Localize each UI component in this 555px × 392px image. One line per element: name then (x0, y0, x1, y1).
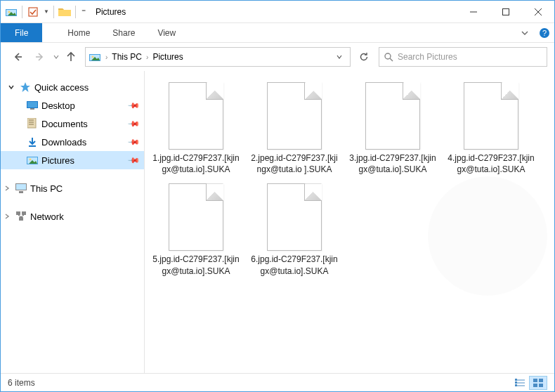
sidebar-item-label: Downloads (41, 137, 126, 148)
sidebar-item-label: Pictures (41, 155, 126, 166)
back-button[interactable] (8, 47, 27, 67)
svg-rect-6 (503, 8, 509, 15)
search-input[interactable]: Search Pictures (379, 47, 547, 67)
svg-point-2 (8, 11, 10, 13)
svg-rect-37 (16, 211, 20, 215)
chevron-right-icon[interactable]: › (103, 53, 110, 61)
pin-icon: 📌 (126, 98, 140, 112)
file-icon (365, 82, 420, 150)
this-pc-icon (15, 182, 27, 195)
star-icon (19, 81, 32, 93)
help-icon[interactable]: ? (535, 23, 554, 42)
separator (22, 6, 22, 18)
qa-dropdown-icon[interactable]: ▼ (42, 8, 51, 15)
refresh-button[interactable] (356, 47, 376, 67)
pictures-icon (89, 51, 101, 63)
file-icon (464, 82, 518, 150)
sidebar-item-downloads[interactable]: Downloads 📌 (1, 133, 144, 151)
svg-rect-48 (533, 379, 537, 382)
sidebar-item-desktop[interactable]: Desktop 📌 (1, 96, 144, 115)
svg-line-19 (390, 58, 393, 61)
tab-share[interactable]: Share (101, 23, 146, 42)
sidebar-item-quick-access[interactable]: Quick access (1, 78, 144, 96)
svg-rect-36 (19, 191, 23, 193)
network-label: Network (30, 211, 138, 222)
file-item[interactable]: 1.jpg.id-C279F237.[kjingx@tuta.io].SUKA (152, 82, 240, 175)
sidebar-item-documents[interactable]: Documents 📌 (1, 115, 144, 133)
file-icon (169, 183, 223, 251)
icons-view-button[interactable] (529, 376, 547, 390)
app-icon[interactable] (4, 4, 19, 20)
svg-rect-47 (515, 384, 517, 386)
tab-file[interactable]: File (1, 23, 42, 42)
breadcrumb-dropdown-icon[interactable] (332, 53, 347, 60)
svg-rect-51 (539, 384, 543, 387)
window-title: Pictures (96, 7, 126, 17)
svg-rect-24 (27, 118, 36, 128)
file-item[interactable]: 2.jpeg.id-C279F237.[kjingx@tuta.io ].SUK… (250, 82, 339, 175)
quick-access-label: Quick access (34, 82, 138, 93)
file-item[interactable]: 4.jpg.id-C279F237.[kjingx@tuta.io].SUKA (447, 82, 535, 175)
main-area: Quick access Desktop 📌 Documents 📌 Downl… (1, 71, 554, 374)
pictures-icon (26, 154, 39, 166)
quick-access-toolbar: ▼ ⁼ (1, 4, 91, 20)
file-name: 2.jpeg.id-C279F237.[kjingx@tuta.io ].SUK… (250, 152, 339, 175)
file-name: 6.jpg.id-C279F237.[kjingx@tuta.io].SUKA (250, 254, 339, 276)
titlebar: ▼ ⁼ Pictures (1, 1, 554, 23)
maximize-button[interactable] (490, 1, 522, 22)
expand-icon[interactable] (2, 185, 12, 191)
expand-ribbon-icon[interactable] (515, 23, 535, 42)
pin-icon: 📌 (126, 153, 140, 166)
svg-line-40 (18, 215, 21, 217)
svg-rect-22 (27, 102, 37, 107)
downloads-icon (26, 136, 39, 148)
chevron-right-icon[interactable]: › (143, 53, 151, 61)
file-name: 1.jpg.id-C279F237.[kjingx@tuta.io].SUKA (152, 152, 240, 175)
file-name: 3.jpg.id-C279F237.[kjingx@tuta.io].SUKA (348, 152, 437, 175)
sidebar-item-label: Desktop (41, 100, 126, 111)
file-item[interactable]: 6.jpg.id-C279F237.[kjingx@tuta.io].SUKA (250, 183, 339, 276)
properties-icon[interactable] (25, 4, 41, 20)
documents-icon (26, 117, 39, 130)
separator (53, 6, 54, 18)
file-list[interactable]: 1.jpg.id-C279F237.[kjingx@tuta.io].SUKA … (145, 71, 554, 374)
network-icon (15, 210, 27, 223)
item-count: 6 items (8, 378, 35, 388)
sidebar-item-network[interactable]: Network (1, 207, 144, 226)
sidebar-item-pictures[interactable]: Pictures 📌 (1, 151, 144, 169)
svg-rect-45 (515, 379, 517, 381)
file-icon (267, 82, 322, 150)
file-name: 5.jpg.id-C279F237.[kjingx@tuta.io].SUKA (152, 254, 240, 276)
up-button[interactable] (63, 48, 79, 65)
tab-home[interactable]: Home (56, 23, 101, 42)
tab-view[interactable]: View (146, 23, 187, 42)
folder-icon[interactable] (57, 4, 72, 20)
svg-rect-50 (533, 384, 537, 387)
navigation-bar: › This PC › Pictures Search Pictures (1, 43, 554, 71)
svg-rect-39 (19, 217, 23, 221)
breadcrumb[interactable]: › This PC › Pictures (85, 47, 351, 67)
file-item[interactable]: 3.jpg.id-C279F237.[kjingx@tuta.io].SUKA (348, 82, 437, 175)
breadcrumb-part-this-pc[interactable]: This PC (112, 52, 142, 62)
qa-customize-icon[interactable]: ⁼ (79, 7, 89, 17)
file-icon (169, 82, 223, 150)
navigation-pane[interactable]: Quick access Desktop 📌 Documents 📌 Downl… (1, 71, 145, 374)
collapse-icon[interactable] (6, 84, 16, 90)
svg-line-41 (21, 215, 24, 217)
forward-button[interactable] (30, 47, 50, 67)
close-button[interactable] (522, 1, 554, 22)
svg-rect-49 (539, 379, 543, 382)
svg-point-18 (385, 53, 391, 59)
minimize-button[interactable] (457, 1, 490, 22)
expand-icon[interactable] (2, 214, 12, 219)
desktop-icon (26, 99, 39, 112)
details-view-button[interactable] (511, 376, 529, 390)
sidebar-item-this-pc[interactable]: This PC (1, 179, 144, 197)
breadcrumb-part-pictures[interactable]: Pictures (152, 52, 183, 62)
view-toggle (511, 376, 547, 390)
separator (75, 6, 76, 18)
file-item[interactable]: 5.jpg.id-C279F237.[kjingx@tuta.io].SUKA (152, 183, 240, 276)
window-controls (457, 1, 554, 22)
recent-dropdown-icon[interactable] (53, 53, 60, 60)
pin-icon: 📌 (126, 117, 140, 130)
